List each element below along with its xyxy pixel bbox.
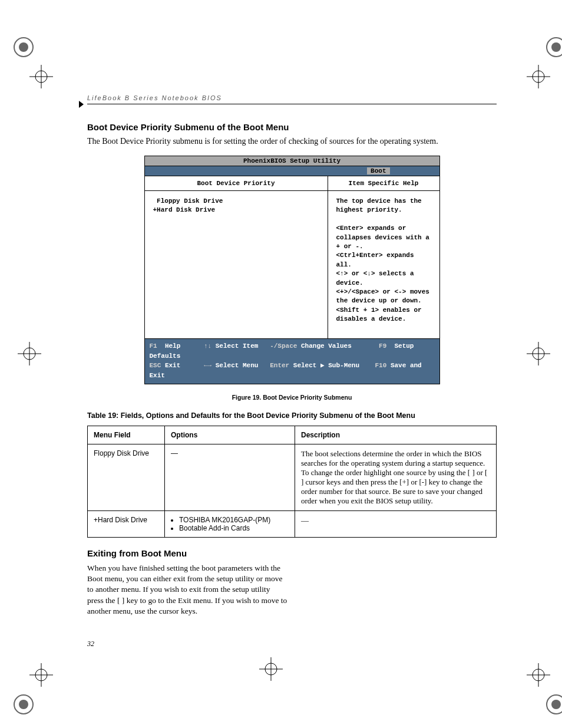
bios-title: PhoenixBIOS Setup Utility — [145, 156, 439, 166]
fields-table: Menu Field Options Description Floppy Di… — [87, 426, 497, 538]
col-description: Description — [295, 426, 497, 444]
crop-mark-top-right — [521, 35, 556, 71]
cell-options: — — [165, 444, 295, 511]
intro-paragraph: The Boot Device Priority submenu is for … — [87, 137, 497, 146]
section-heading-boot-priority: Boot Device Priority Submenu of the Boot… — [87, 122, 497, 132]
bios-label-select-menu: Select Menu — [216, 362, 259, 369]
bios-key-f9: F9 — [379, 342, 386, 350]
bios-key-leftright: ←→ — [204, 362, 211, 369]
crop-mark-mid-left — [12, 342, 47, 377]
col-options: Options — [165, 426, 295, 444]
bios-help-text: The top device has the highest priority.… — [328, 191, 439, 338]
bios-footer: F1 Help ↑↓ Select Item -/Space Change Va… — [145, 339, 439, 384]
figure-caption: Figure 19. Boot Device Priority Submenu — [87, 394, 497, 401]
bios-label-select-item: Select Item — [216, 342, 259, 350]
crop-mark-bottom-left — [12, 663, 47, 699]
bios-label-exit: Exit — [165, 362, 180, 369]
bios-key-space: -/Space — [270, 342, 297, 350]
crop-mark-mid-right — [521, 342, 556, 377]
bios-key-updown: ↑↓ — [204, 342, 211, 350]
bios-label-change-values: Change Values — [301, 342, 352, 350]
svg-point-1 — [19, 42, 28, 52]
cell-description: The boot selections determine the order … — [295, 444, 497, 511]
table-row: Floppy Disk Drive — The boot selections … — [88, 444, 497, 511]
bios-key-enter: Enter — [270, 362, 289, 369]
table-title: Table 19: Fields, Options and Defaults f… — [87, 411, 497, 420]
bios-key-f1: F1 — [150, 342, 157, 350]
running-header: LifeBook B Series Notebook BIOS — [87, 94, 497, 104]
table-row: +Hard Disk Drive TOSHIBA MK2016GAP-(PM) … — [88, 511, 497, 538]
cell-field: +Hard Disk Drive — [88, 511, 165, 538]
bios-left-header: Boot Device Priority — [145, 176, 328, 191]
bios-menu-bar: Boot — [145, 166, 439, 176]
bios-device-list: Floppy Disk Drive +Hard Disk Drive — [145, 191, 328, 338]
crop-mark-bottom-center — [253, 657, 289, 693]
col-menu-field: Menu Field — [88, 426, 165, 444]
bios-key-esc: ESC — [150, 362, 161, 369]
crop-mark-top-left — [12, 35, 47, 71]
bios-right-header: Item Specific Help — [328, 176, 439, 191]
option-item: Bootable Add-in Cards — [179, 524, 289, 532]
page-number: 32 — [87, 640, 94, 648]
bios-key-f10: F10 — [375, 362, 386, 369]
bios-screenshot: PhoenixBIOS Setup Utility Boot Boot Devi… — [144, 156, 440, 384]
section-heading-exit: Exiting from Boot Menu — [87, 548, 287, 558]
cell-options: TOSHIBA MK2016GAP-(PM) Bootable Add-in C… — [165, 511, 295, 538]
exit-paragraph: When you have finished setting the boot … — [87, 563, 287, 617]
cell-description: — — [295, 511, 497, 538]
svg-point-25 — [551, 700, 561, 709]
option-item: TOSHIBA MK2016GAP-(PM) — [179, 516, 289, 524]
bios-tab-boot: Boot — [367, 167, 389, 174]
cell-field: Floppy Disk Drive — [88, 444, 165, 511]
crop-mark-bottom-right — [521, 663, 556, 699]
bios-label-help: Help — [165, 342, 180, 350]
bios-label-submenu: Select ▶ Sub-Menu — [293, 362, 359, 369]
svg-point-20 — [19, 700, 28, 709]
svg-point-6 — [551, 42, 561, 52]
